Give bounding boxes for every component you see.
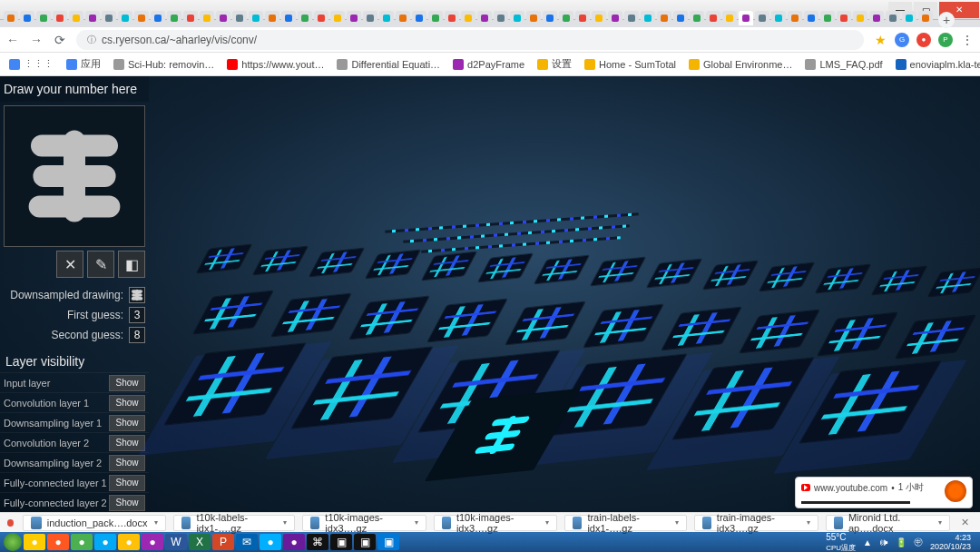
bookmark-item[interactable]: d2PayFrame [453, 59, 524, 70]
browser-tab[interactable] [575, 11, 590, 25]
browser-tab[interactable] [69, 11, 83, 25]
browser-tab[interactable] [559, 11, 573, 25]
bookmark-item[interactable]: Global Environme… [689, 59, 792, 70]
layer-show-button[interactable]: Show [109, 395, 145, 411]
browser-tab[interactable] [788, 11, 802, 25]
browser-tab[interactable] [53, 11, 67, 25]
browser-tab[interactable] [347, 11, 361, 25]
taskbar-app[interactable]: ▣ [330, 534, 352, 550]
browser-tab[interactable] [673, 11, 688, 25]
browser-tab[interactable] [102, 11, 116, 25]
browser-tab[interactable] [85, 11, 100, 25]
browser-tab[interactable] [722, 11, 737, 25]
download-chip[interactable]: Mironid Ltd. ap….docx▾ [826, 515, 950, 531]
download-chip[interactable]: t10k-images-idx3….gz▾ [302, 515, 426, 531]
start-button[interactable] [4, 533, 22, 551]
layer-show-button[interactable]: Show [109, 475, 145, 491]
browser-tab[interactable] [918, 11, 933, 25]
browser-tab[interactable] [281, 11, 296, 25]
taskbar-app[interactable]: ● [71, 534, 93, 550]
bookmark-star-icon[interactable]: ★ [873, 33, 887, 47]
browser-tab[interactable] [510, 11, 524, 25]
browser-tab[interactable] [837, 11, 851, 25]
browser-tab[interactable] [232, 11, 247, 25]
browser-tab[interactable] [739, 11, 753, 25]
taskbar-app[interactable]: ● [94, 534, 116, 550]
taskbar-app[interactable]: W [165, 534, 187, 550]
browser-tab[interactable] [641, 11, 655, 25]
browser-tab[interactable] [183, 11, 198, 25]
download-chip[interactable]: induction_pack….docx▾ [23, 515, 167, 531]
browser-tab[interactable] [314, 11, 328, 25]
forward-button[interactable]: → [29, 33, 44, 47]
browser-tab[interactable] [445, 11, 459, 25]
browser-tab[interactable] [20, 11, 34, 25]
browser-tab[interactable] [494, 11, 508, 25]
bookmark-item[interactable]: enoviaplm.kla-ten… [896, 59, 980, 70]
layer-show-button[interactable]: Show [109, 495, 145, 511]
browser-tab[interactable] [249, 11, 263, 25]
taskbar-app[interactable]: X [189, 534, 211, 550]
bookmark-item[interactable]: 应用 [66, 57, 101, 71]
bookmark-item[interactable]: 设置 [537, 57, 572, 71]
back-button[interactable]: ← [5, 33, 20, 47]
browser-tab[interactable] [771, 11, 786, 25]
extension-icon[interactable]: ● [916, 33, 931, 47]
bookmark-item[interactable]: Home - SumTotal [584, 59, 676, 70]
tray-icon[interactable]: 🕪 [879, 537, 888, 547]
address-bar[interactable]: ⓘ cs.ryerson.ca/~aharley/vis/conv/ [76, 30, 864, 50]
tray-icon[interactable]: 🔋 [896, 537, 906, 547]
taskbar-app[interactable]: ● [260, 534, 281, 550]
taskbar-app[interactable]: ● [118, 534, 140, 550]
browser-tab[interactable] [167, 11, 181, 25]
browser-tab[interactable] [820, 11, 835, 25]
download-chip[interactable]: train-labels-idx1-….gz▾ [564, 515, 686, 531]
browser-tab[interactable] [461, 11, 475, 25]
clear-button[interactable]: ✕ [56, 251, 83, 278]
apps-button[interactable]: ⋮⋮⋮ [9, 58, 54, 70]
browser-tab[interactable] [526, 11, 541, 25]
download-chip[interactable]: t10k-images-idx3….gz▾ [434, 515, 558, 531]
browser-tab[interactable] [592, 11, 606, 25]
browser-tab[interactable] [134, 11, 149, 25]
browser-tab[interactable] [608, 11, 622, 25]
browser-tab[interactable] [36, 11, 51, 25]
browser-tab[interactable] [428, 11, 443, 25]
pencil-button[interactable]: ✎ [87, 251, 114, 278]
browser-tab[interactable] [412, 11, 426, 25]
taskbar-app[interactable]: ✉ [236, 534, 258, 550]
bookmark-item[interactable]: Sci-Hub: removin… [113, 59, 214, 70]
tray-icon[interactable]: ▲ [863, 537, 872, 547]
browser-tab[interactable] [869, 11, 884, 25]
browser-tab[interactable] [690, 11, 704, 25]
browser-tab[interactable] [657, 11, 671, 25]
browser-tab[interactable] [902, 11, 916, 25]
browser-tab[interactable] [706, 11, 720, 25]
browser-tab[interactable] [200, 11, 214, 25]
browser-tab[interactable] [216, 11, 230, 25]
downloads-close-button[interactable]: ✕ [957, 517, 973, 528]
taskbar-app[interactable]: ● [24, 534, 45, 550]
browser-tab[interactable] [265, 11, 279, 25]
browser-tab[interactable] [755, 11, 769, 25]
profile-avatar[interactable]: P [938, 33, 953, 47]
browser-tab[interactable] [543, 11, 557, 25]
taskbar-app[interactable]: ● [283, 534, 305, 550]
browser-tab[interactable] [298, 11, 312, 25]
browser-tab[interactable] [886, 11, 900, 25]
browser-tab[interactable] [853, 11, 867, 25]
browser-tab[interactable] [330, 11, 345, 25]
browser-tab[interactable] [804, 11, 818, 25]
browser-tab[interactable] [624, 11, 639, 25]
layer-show-button[interactable]: Show [109, 415, 145, 431]
taskbar-app[interactable]: ● [142, 534, 163, 550]
browser-tab[interactable] [4, 11, 18, 25]
clock[interactable]: 4:232020/10/23 [930, 533, 971, 551]
extension-icon[interactable]: G [895, 33, 909, 47]
taskbar-app[interactable]: ▣ [377, 534, 399, 550]
browser-tab[interactable] [363, 11, 377, 25]
layer-show-button[interactable]: Show [109, 435, 145, 451]
download-chip[interactable]: t10k-labels-idx1-….gz▾ [173, 515, 295, 531]
taskbar-app[interactable]: ● [47, 534, 69, 550]
browser-tab[interactable] [379, 11, 394, 25]
